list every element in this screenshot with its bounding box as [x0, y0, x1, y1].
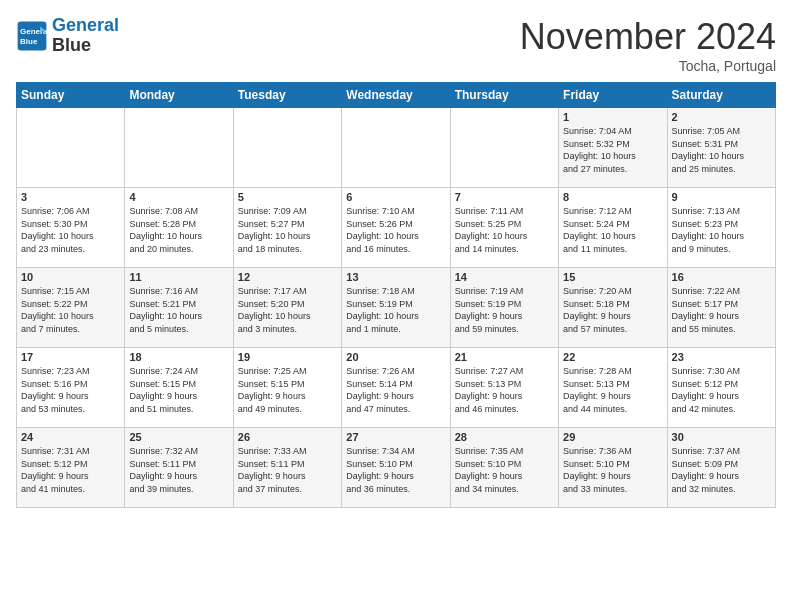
- day-number: 25: [129, 431, 228, 443]
- calendar-cell: 24Sunrise: 7:31 AM Sunset: 5:12 PM Dayli…: [17, 428, 125, 508]
- calendar-table: SundayMondayTuesdayWednesdayThursdayFrid…: [16, 82, 776, 508]
- day-info: Sunrise: 7:08 AM Sunset: 5:28 PM Dayligh…: [129, 205, 228, 255]
- day-info: Sunrise: 7:06 AM Sunset: 5:30 PM Dayligh…: [21, 205, 120, 255]
- day-number: 4: [129, 191, 228, 203]
- calendar-cell: 25Sunrise: 7:32 AM Sunset: 5:11 PM Dayli…: [125, 428, 233, 508]
- calendar-week-4: 17Sunrise: 7:23 AM Sunset: 5:16 PM Dayli…: [17, 348, 776, 428]
- day-number: 8: [563, 191, 662, 203]
- day-info: Sunrise: 7:36 AM Sunset: 5:10 PM Dayligh…: [563, 445, 662, 495]
- logo: General Blue General Blue: [16, 16, 119, 56]
- header-cell-monday: Monday: [125, 83, 233, 108]
- day-number: 18: [129, 351, 228, 363]
- calendar-cell: 30Sunrise: 7:37 AM Sunset: 5:09 PM Dayli…: [667, 428, 775, 508]
- day-info: Sunrise: 7:27 AM Sunset: 5:13 PM Dayligh…: [455, 365, 554, 415]
- header-cell-tuesday: Tuesday: [233, 83, 341, 108]
- calendar-cell: 16Sunrise: 7:22 AM Sunset: 5:17 PM Dayli…: [667, 268, 775, 348]
- header-cell-saturday: Saturday: [667, 83, 775, 108]
- day-info: Sunrise: 7:24 AM Sunset: 5:15 PM Dayligh…: [129, 365, 228, 415]
- calendar-cell: 4Sunrise: 7:08 AM Sunset: 5:28 PM Daylig…: [125, 188, 233, 268]
- title-block: November 2024 Tocha, Portugal: [520, 16, 776, 74]
- day-number: 28: [455, 431, 554, 443]
- calendar-cell: 10Sunrise: 7:15 AM Sunset: 5:22 PM Dayli…: [17, 268, 125, 348]
- day-number: 26: [238, 431, 337, 443]
- day-info: Sunrise: 7:13 AM Sunset: 5:23 PM Dayligh…: [672, 205, 771, 255]
- day-info: Sunrise: 7:25 AM Sunset: 5:15 PM Dayligh…: [238, 365, 337, 415]
- day-info: Sunrise: 7:05 AM Sunset: 5:31 PM Dayligh…: [672, 125, 771, 175]
- calendar-cell: [450, 108, 558, 188]
- calendar-cell: 1Sunrise: 7:04 AM Sunset: 5:32 PM Daylig…: [559, 108, 667, 188]
- header-cell-wednesday: Wednesday: [342, 83, 450, 108]
- day-number: 23: [672, 351, 771, 363]
- calendar-cell: 21Sunrise: 7:27 AM Sunset: 5:13 PM Dayli…: [450, 348, 558, 428]
- calendar-cell: 26Sunrise: 7:33 AM Sunset: 5:11 PM Dayli…: [233, 428, 341, 508]
- day-info: Sunrise: 7:32 AM Sunset: 5:11 PM Dayligh…: [129, 445, 228, 495]
- day-number: 15: [563, 271, 662, 283]
- day-number: 11: [129, 271, 228, 283]
- day-number: 22: [563, 351, 662, 363]
- page-header: General Blue General Blue November 2024 …: [16, 16, 776, 74]
- calendar-cell: 6Sunrise: 7:10 AM Sunset: 5:26 PM Daylig…: [342, 188, 450, 268]
- calendar-cell: 27Sunrise: 7:34 AM Sunset: 5:10 PM Dayli…: [342, 428, 450, 508]
- calendar-cell: 28Sunrise: 7:35 AM Sunset: 5:10 PM Dayli…: [450, 428, 558, 508]
- calendar-cell: 22Sunrise: 7:28 AM Sunset: 5:13 PM Dayli…: [559, 348, 667, 428]
- day-number: 17: [21, 351, 120, 363]
- day-info: Sunrise: 7:16 AM Sunset: 5:21 PM Dayligh…: [129, 285, 228, 335]
- day-number: 16: [672, 271, 771, 283]
- calendar-cell: 5Sunrise: 7:09 AM Sunset: 5:27 PM Daylig…: [233, 188, 341, 268]
- calendar-cell: [342, 108, 450, 188]
- day-number: 2: [672, 111, 771, 123]
- calendar-cell: [17, 108, 125, 188]
- calendar-week-1: 1Sunrise: 7:04 AM Sunset: 5:32 PM Daylig…: [17, 108, 776, 188]
- day-number: 21: [455, 351, 554, 363]
- calendar-cell: 11Sunrise: 7:16 AM Sunset: 5:21 PM Dayli…: [125, 268, 233, 348]
- day-number: 9: [672, 191, 771, 203]
- header-cell-friday: Friday: [559, 83, 667, 108]
- day-number: 3: [21, 191, 120, 203]
- calendar-cell: 9Sunrise: 7:13 AM Sunset: 5:23 PM Daylig…: [667, 188, 775, 268]
- day-number: 7: [455, 191, 554, 203]
- day-info: Sunrise: 7:10 AM Sunset: 5:26 PM Dayligh…: [346, 205, 445, 255]
- header-row: SundayMondayTuesdayWednesdayThursdayFrid…: [17, 83, 776, 108]
- calendar-cell: 17Sunrise: 7:23 AM Sunset: 5:16 PM Dayli…: [17, 348, 125, 428]
- day-info: Sunrise: 7:31 AM Sunset: 5:12 PM Dayligh…: [21, 445, 120, 495]
- calendar-cell: 15Sunrise: 7:20 AM Sunset: 5:18 PM Dayli…: [559, 268, 667, 348]
- calendar-cell: 23Sunrise: 7:30 AM Sunset: 5:12 PM Dayli…: [667, 348, 775, 428]
- day-info: Sunrise: 7:37 AM Sunset: 5:09 PM Dayligh…: [672, 445, 771, 495]
- header-cell-thursday: Thursday: [450, 83, 558, 108]
- month-title: November 2024: [520, 16, 776, 58]
- day-number: 10: [21, 271, 120, 283]
- calendar-cell: 18Sunrise: 7:24 AM Sunset: 5:15 PM Dayli…: [125, 348, 233, 428]
- calendar-cell: 7Sunrise: 7:11 AM Sunset: 5:25 PM Daylig…: [450, 188, 558, 268]
- day-info: Sunrise: 7:34 AM Sunset: 5:10 PM Dayligh…: [346, 445, 445, 495]
- day-info: Sunrise: 7:35 AM Sunset: 5:10 PM Dayligh…: [455, 445, 554, 495]
- calendar-week-2: 3Sunrise: 7:06 AM Sunset: 5:30 PM Daylig…: [17, 188, 776, 268]
- day-number: 1: [563, 111, 662, 123]
- calendar-cell: 3Sunrise: 7:06 AM Sunset: 5:30 PM Daylig…: [17, 188, 125, 268]
- day-number: 12: [238, 271, 337, 283]
- location: Tocha, Portugal: [520, 58, 776, 74]
- day-number: 13: [346, 271, 445, 283]
- day-info: Sunrise: 7:15 AM Sunset: 5:22 PM Dayligh…: [21, 285, 120, 335]
- day-number: 27: [346, 431, 445, 443]
- calendar-cell: [233, 108, 341, 188]
- day-number: 19: [238, 351, 337, 363]
- day-info: Sunrise: 7:12 AM Sunset: 5:24 PM Dayligh…: [563, 205, 662, 255]
- calendar-header: SundayMondayTuesdayWednesdayThursdayFrid…: [17, 83, 776, 108]
- calendar-cell: [125, 108, 233, 188]
- calendar-week-3: 10Sunrise: 7:15 AM Sunset: 5:22 PM Dayli…: [17, 268, 776, 348]
- day-info: Sunrise: 7:26 AM Sunset: 5:14 PM Dayligh…: [346, 365, 445, 415]
- day-number: 6: [346, 191, 445, 203]
- day-info: Sunrise: 7:23 AM Sunset: 5:16 PM Dayligh…: [21, 365, 120, 415]
- day-info: Sunrise: 7:20 AM Sunset: 5:18 PM Dayligh…: [563, 285, 662, 335]
- day-number: 30: [672, 431, 771, 443]
- logo-icon: General Blue: [16, 20, 48, 52]
- calendar-cell: 20Sunrise: 7:26 AM Sunset: 5:14 PM Dayli…: [342, 348, 450, 428]
- day-info: Sunrise: 7:18 AM Sunset: 5:19 PM Dayligh…: [346, 285, 445, 335]
- day-number: 14: [455, 271, 554, 283]
- calendar-cell: 29Sunrise: 7:36 AM Sunset: 5:10 PM Dayli…: [559, 428, 667, 508]
- calendar-week-5: 24Sunrise: 7:31 AM Sunset: 5:12 PM Dayli…: [17, 428, 776, 508]
- calendar-cell: 8Sunrise: 7:12 AM Sunset: 5:24 PM Daylig…: [559, 188, 667, 268]
- day-info: Sunrise: 7:28 AM Sunset: 5:13 PM Dayligh…: [563, 365, 662, 415]
- day-info: Sunrise: 7:19 AM Sunset: 5:19 PM Dayligh…: [455, 285, 554, 335]
- day-info: Sunrise: 7:22 AM Sunset: 5:17 PM Dayligh…: [672, 285, 771, 335]
